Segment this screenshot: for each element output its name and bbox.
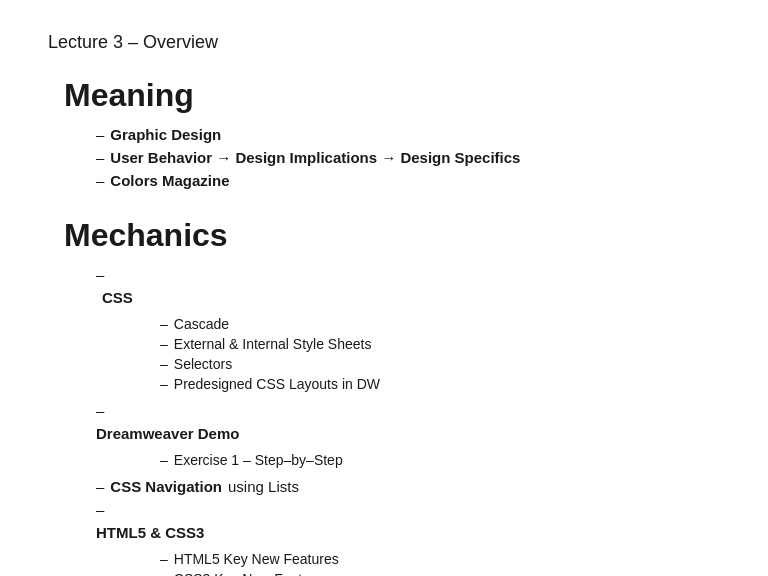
list-item-css-navigation: CSS Navigation using Lists — [96, 478, 720, 495]
list-item-colors-magazine: Colors Magazine — [96, 172, 720, 189]
list-item-css: CSS Cascade External & Internal Style Sh… — [96, 266, 720, 396]
colors-magazine-label: Colors Magazine — [110, 172, 229, 189]
css-sublist: Cascade External & Internal Style Sheets… — [160, 316, 380, 396]
mechanics-section: Mechanics CSS Cascade External & Interna… — [48, 217, 720, 576]
meaning-section: Meaning Graphic Design User Behavior → D… — [48, 77, 720, 189]
list-item-graphic-design: Graphic Design — [96, 126, 720, 143]
dreamweaver-label: Dreamweaver Demo — [96, 425, 239, 442]
user-behavior-label: User Behavior → Design Implications → De… — [110, 149, 520, 166]
graphic-design-label: Graphic Design — [110, 126, 221, 143]
subitem-css3-features: CSS3 Key New Features — [160, 571, 339, 576]
list-item-html5-css3: HTML5 & CSS3 HTML5 Key New Features CSS3… — [96, 501, 720, 576]
lecture-title: Lecture 3 – Overview — [48, 32, 720, 53]
css-navigation-label-normal: using Lists — [228, 478, 299, 495]
mechanics-heading: Mechanics — [64, 217, 720, 254]
html5-sublist: HTML5 Key New Features CSS3 Key New Feat… — [160, 551, 339, 576]
subitem-predesigned: Predesigned CSS Layouts in DW — [160, 376, 380, 392]
html5-css3-label: HTML5 & CSS3 — [96, 524, 204, 541]
meaning-heading: Meaning — [64, 77, 720, 114]
subitem-html5-features: HTML5 Key New Features — [160, 551, 339, 567]
dreamweaver-sublist: Exercise 1 – Step–by–Step — [160, 452, 343, 472]
list-item-dreamweaver: Dreamweaver Demo Exercise 1 – Step–by–St… — [96, 402, 720, 472]
css-navigation-label-bold: CSS Navigation — [110, 478, 222, 495]
subitem-exercise1: Exercise 1 – Step–by–Step — [160, 452, 343, 468]
subitem-cascade: Cascade — [160, 316, 380, 332]
subitem-selectors: Selectors — [160, 356, 380, 372]
subitem-external-internal: External & Internal Style Sheets — [160, 336, 380, 352]
meaning-list: Graphic Design User Behavior → Design Im… — [96, 126, 720, 189]
css-label: CSS — [102, 289, 133, 306]
list-item-user-behavior: User Behavior → Design Implications → De… — [96, 149, 720, 166]
mechanics-list: CSS Cascade External & Internal Style Sh… — [96, 266, 720, 576]
